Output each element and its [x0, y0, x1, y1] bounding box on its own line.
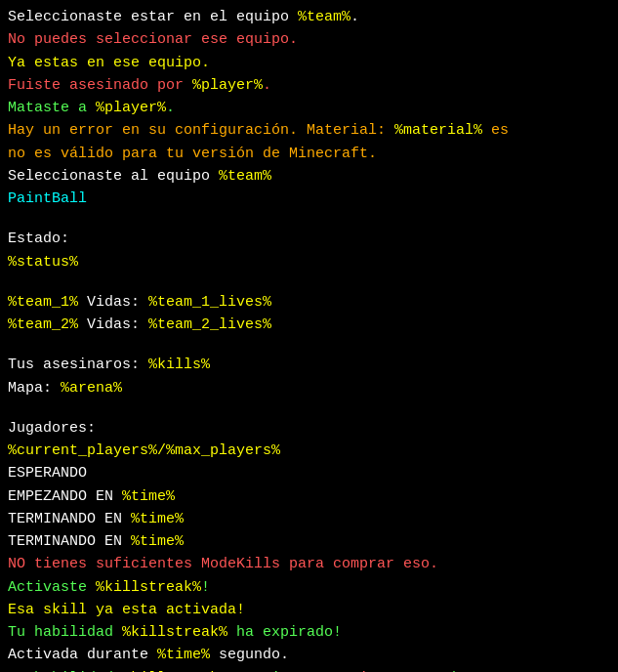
text-segment: Vidas: [78, 316, 148, 333]
terminal-line: Fuiste asesinado por %player%. [8, 74, 610, 97]
text-segment: / [157, 442, 166, 459]
terminal-line: no es válido para tu versión de Minecraf… [8, 143, 610, 165]
text-segment: %current_players% [8, 442, 157, 459]
terminal-line: Jugadores: [8, 417, 610, 440]
text-segment: %team% [298, 9, 350, 25]
terminal-line: Tu habilidad %killstreak% ha expirado! [8, 621, 610, 644]
terminal-line: Hay un error en su configuración. Materi… [8, 119, 610, 142]
text-segment: ! [201, 579, 210, 596]
text-segment: %material% [394, 122, 482, 139]
text-segment: Fuiste asesinado por [8, 77, 192, 94]
terminal-line [8, 399, 610, 417]
text-segment: segundo. [210, 647, 289, 663]
text-segment: . [263, 77, 271, 94]
text-segment: %player% [192, 77, 263, 94]
text-segment: Tu habilidad [8, 624, 122, 641]
text-segment: %arena% [61, 380, 122, 397]
terminal-line [8, 336, 610, 354]
text-segment: Tus asesinaros: [8, 357, 148, 373]
text-segment: %killstreak% [122, 624, 227, 641]
terminal-line [8, 273, 610, 291]
text-segment: %team_2_lives% [148, 316, 271, 333]
text-segment: %team% [219, 168, 271, 185]
terminal-line: %team_2% Vidas: %team_2_lives% [8, 314, 610, 336]
text-segment: Mataste a [8, 100, 96, 116]
text-segment: Seleccionaste al equipo [8, 168, 219, 185]
text-segment: Seleccionaste estar en el equipo [8, 9, 298, 25]
text-segment: ESPERANDO [8, 465, 87, 482]
terminal-line: PaintBall [8, 188, 610, 210]
terminal-line: %current_players%/%max_players% [8, 440, 610, 462]
text-segment: . [350, 9, 359, 25]
terminal-line: Activada durante %time% segundo. [8, 644, 610, 666]
terminal-line: ESPERANDO [8, 462, 610, 484]
terminal-line: No puedes seleccionar ese equipo. [8, 28, 610, 51]
text-segment: %time% [122, 488, 175, 505]
text-segment: ha expirado! [227, 624, 342, 641]
text-segment: %time% [157, 647, 210, 663]
text-segment: TERMINANDO EN [8, 533, 131, 550]
text-segment: Mapa: [8, 380, 61, 397]
terminal-output: Seleccionaste estar en el equipo %team%.… [8, 6, 610, 672]
terminal-line: Tu habilidad %killstreak% terminan en %t… [8, 667, 610, 673]
text-segment: no es válido para tu versión de Minecraf… [8, 146, 377, 162]
text-segment: %status% [8, 254, 78, 271]
text-segment: Ya estas en ese equipo. [8, 55, 210, 71]
text-segment: %killstreak% [96, 579, 201, 596]
text-segment: %team_1% [8, 294, 78, 311]
terminal-line: %team_1% Vidas: %team_1_lives% [8, 291, 610, 314]
terminal-line: Mapa: %arena% [8, 377, 610, 399]
terminal-line: %status% [8, 251, 610, 273]
text-segment: es [482, 122, 509, 139]
terminal-line: Esa skill ya esta activada! [8, 599, 610, 621]
terminal-line: TERMINANDO EN %time% [8, 508, 610, 530]
terminal-line [8, 210, 610, 228]
terminal-line: Ya estas en ese equipo. [8, 52, 610, 74]
text-segment: Hay un error en su configuración. Materi… [8, 122, 394, 139]
terminal-line: EMPEZANDO EN %time% [8, 485, 610, 508]
text-segment: %team_2% [8, 316, 78, 333]
text-segment: %team_1_lives% [148, 294, 271, 311]
text-segment: %time% [131, 511, 184, 527]
text-segment: Esa skill ya esta activada! [8, 602, 245, 618]
text-segment: EMPEZANDO EN [8, 488, 122, 505]
text-segment: %time% [131, 533, 184, 550]
terminal-line: Tus asesinaros: %kills% [8, 354, 610, 376]
text-segment: Jugadores: [8, 420, 96, 437]
text-segment: Activada durante [8, 647, 157, 663]
text-segment: . [166, 100, 175, 116]
text-segment: %max_players% [166, 442, 280, 459]
text-segment: TERMINANDO EN [8, 511, 131, 527]
text-segment: Vidas: [78, 294, 148, 311]
text-segment: PaintBall [8, 190, 87, 207]
text-segment: %kills% [148, 357, 210, 373]
text-segment: NO tienes suficientes ModeKills para com… [8, 556, 438, 572]
terminal-line: Activaste %killstreak%! [8, 576, 610, 599]
text-segment: No puedes seleccionar ese equipo. [8, 31, 298, 48]
terminal-line: Seleccionaste al equipo %team% [8, 165, 610, 188]
terminal-line: Mataste a %player%. [8, 97, 610, 119]
text-segment: Activaste [8, 579, 96, 596]
terminal-line: NO tienes suficientes ModeKills para com… [8, 553, 610, 575]
text-segment: Estado: [8, 231, 69, 247]
terminal-line: Seleccionaste estar en el equipo %team%. [8, 6, 610, 28]
terminal-line: Estado: [8, 228, 610, 250]
text-segment: %player% [96, 100, 166, 116]
terminal-line: TERMINANDO EN %time% [8, 530, 610, 553]
